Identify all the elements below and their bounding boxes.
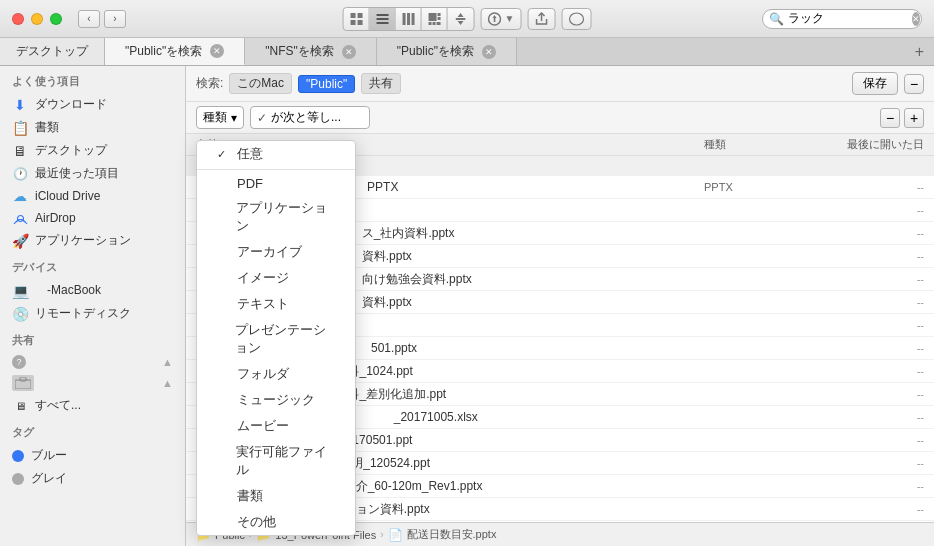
label-button[interactable] <box>561 8 591 30</box>
sidebar-section-shared: 共有 <box>0 325 185 352</box>
content-area: 検索: このMac "Public" 共有 保存 − 種類 ▾ ✓ が次と等し.… <box>186 66 934 546</box>
download-icon: ⬇ <box>12 97 28 113</box>
dropdown-item-label: テキスト <box>237 295 289 313</box>
file-date: -- <box>804 457 924 469</box>
kind-select[interactable]: 種類 ▾ <box>196 106 244 129</box>
view-list-button[interactable] <box>370 8 396 30</box>
sidebar-item-macbook[interactable]: 💻 -MacBook <box>0 279 185 302</box>
recents-icon: 🕐 <box>12 166 28 182</box>
search-clear-button[interactable]: ✕ <box>912 12 920 26</box>
sidebar-label-tag-gray: グレイ <box>31 470 173 487</box>
dropdown-item[interactable]: 書類 <box>197 483 355 509</box>
sidebar-label-downloads: ダウンロード <box>35 96 173 113</box>
dropdown-item-label: ムービー <box>237 417 289 435</box>
dropdown-item[interactable]: ムービー <box>197 413 355 439</box>
dropdown-item[interactable]: ✓ 任意 <box>197 141 355 167</box>
sidebar-item-all[interactable]: 🖥 すべて... <box>0 394 185 417</box>
minus-button[interactable]: − <box>904 74 924 94</box>
sidebar-item-icloud[interactable]: ☁ iCloud Drive <box>0 185 185 207</box>
tab-close-3[interactable]: ✕ <box>482 45 496 59</box>
sidebar-label-icloud: iCloud Drive <box>35 189 173 203</box>
tab-close-1[interactable]: ✕ <box>210 44 224 58</box>
view-icon-button[interactable] <box>344 8 370 30</box>
col-kind-header[interactable]: 種類 <box>704 137 804 152</box>
tab-add-button[interactable]: + <box>905 38 934 65</box>
save-button[interactable]: 保存 <box>852 72 898 95</box>
traffic-lights <box>12 13 62 25</box>
breadcrumb-file[interactable]: 配送日数目安.pptx <box>407 527 497 542</box>
close-button[interactable] <box>12 13 24 25</box>
sidebar-item-downloads[interactable]: ⬇ ダウンロード <box>0 93 185 116</box>
share-button[interactable] <box>527 8 555 30</box>
chip-public[interactable]: "Public" <box>298 75 355 93</box>
filter-row: 種類 ▾ ✓ が次と等し... − + <box>186 102 934 134</box>
tabs-row: デスクトップ "Public"を検索 ✕ "NFS"を検索 ✕ "Public"… <box>0 38 934 66</box>
icloud-icon: ☁ <box>12 188 28 204</box>
tab-nfs-search[interactable]: "NFS"を検索 ✕ <box>245 38 377 65</box>
sidebar-item-desktop[interactable]: 🖥 デスクトップ <box>0 139 185 162</box>
shared-box-icon <box>12 375 34 391</box>
sidebar-item-shared-1[interactable]: ? ▲ <box>0 352 185 372</box>
tab-desktop[interactable]: デスクトップ <box>0 38 105 65</box>
file-date: -- <box>804 273 924 285</box>
chip-this-mac[interactable]: このMac <box>229 73 292 94</box>
sidebar-item-airdrop[interactable]: AirDrop <box>0 207 185 229</box>
sidebar-item-recents[interactable]: 🕐 最近使った項目 <box>0 162 185 185</box>
dropdown-item[interactable]: イメージ <box>197 265 355 291</box>
tab-desktop-label: デスクトップ <box>16 43 88 60</box>
dropdown-item-label: アーカイブ <box>237 243 302 261</box>
dropdown-item[interactable]: ミュージック <box>197 387 355 413</box>
chip-shared[interactable]: 共有 <box>361 73 401 94</box>
filter-value[interactable]: ✓ が次と等し... <box>250 106 370 129</box>
filter-minus-button[interactable]: − <box>880 108 900 128</box>
dropdown-item-label: その他 <box>237 513 276 531</box>
search-input[interactable] <box>788 12 908 26</box>
tab-label-2: "NFS"を検索 <box>265 43 334 60</box>
dropdown-item[interactable]: PDF <box>197 172 355 195</box>
dropdown-item[interactable]: アーカイブ <box>197 239 355 265</box>
dropdown-item[interactable]: プレゼンテーション <box>197 317 355 361</box>
forward-button[interactable]: › <box>104 10 126 28</box>
fullscreen-button[interactable] <box>50 13 62 25</box>
kind-dropdown: ✓ 任意 PDF アプリケーション アーカイブ イメージ テキスト プレゼンテー… <box>196 140 356 536</box>
minimize-button[interactable] <box>31 13 43 25</box>
filter-plus-button[interactable]: + <box>904 108 924 128</box>
sidebar-item-shared-2[interactable]: ▲ <box>0 372 185 394</box>
view-arrange-button[interactable] <box>448 8 474 30</box>
dropdown-item[interactable]: テキスト <box>197 291 355 317</box>
checkmark-icon: ✓ <box>257 111 267 125</box>
back-button[interactable]: ‹ <box>78 10 100 28</box>
tab-close-2[interactable]: ✕ <box>342 45 356 59</box>
svg-marker-17 <box>458 13 464 17</box>
tab-public-search-2[interactable]: "Public"を検索 ✕ <box>377 38 517 65</box>
search-box[interactable]: 🔍 ✕ <box>762 9 922 29</box>
svg-rect-15 <box>436 22 440 25</box>
shared-arrow-up-2: ▲ <box>162 377 173 389</box>
search-bar: 検索: このMac "Public" 共有 保存 − <box>186 66 934 102</box>
sidebar-item-documents[interactable]: 📋 書類 <box>0 116 185 139</box>
col-date-header[interactable]: 最後に開いた日 <box>804 137 924 152</box>
dropdown-item[interactable]: 実行可能ファイル <box>197 439 355 483</box>
tab-label-3: "Public"を検索 <box>397 43 474 60</box>
sidebar-label-desktop: デスクトップ <box>35 142 173 159</box>
desktop-icon: 🖥 <box>12 143 28 159</box>
view-column-button[interactable] <box>396 8 422 30</box>
dropdown-item[interactable]: フォルダ <box>197 361 355 387</box>
svg-marker-18 <box>458 21 464 25</box>
sidebar-item-remote-disk[interactable]: 💿 リモートディスク <box>0 302 185 325</box>
sidebar-item-applications[interactable]: 🚀 アプリケーション <box>0 229 185 252</box>
tab-public-search-1[interactable]: "Public"を検索 ✕ <box>105 38 245 65</box>
sidebar-item-tag-gray[interactable]: グレイ <box>0 467 185 490</box>
dropdown-item-label: 書類 <box>237 487 263 505</box>
dropdown-item[interactable]: アプリケーション <box>197 195 355 239</box>
file-date: -- <box>804 296 924 308</box>
file-date: -- <box>804 388 924 400</box>
sidebar-label-airdrop: AirDrop <box>35 211 173 225</box>
toolbar-right: 🔍 ✕ <box>762 9 922 29</box>
dropdown-item-label: 実行可能ファイル <box>236 443 335 479</box>
sidebar-item-tag-blue[interactable]: ブルー <box>0 444 185 467</box>
shared-unknown-icon: ? <box>12 355 26 369</box>
action-button[interactable]: ▼ <box>481 8 522 30</box>
view-gallery-button[interactable] <box>422 8 448 30</box>
dropdown-item[interactable]: その他 <box>197 509 355 535</box>
